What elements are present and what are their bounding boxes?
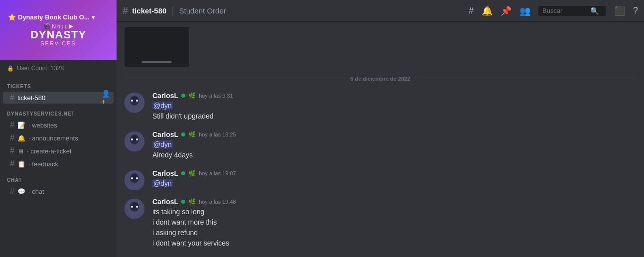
- svg-point-4: [136, 100, 138, 102]
- channel-feedback[interactable]: # 📋 · feedback: [3, 158, 114, 170]
- channel-name-websites: · websites: [28, 122, 110, 129]
- announcements-emoji-icon: 🔔: [17, 134, 25, 142]
- thumbnail-line: [142, 61, 172, 63]
- message-time: hoy a las 19:48: [199, 199, 236, 205]
- svg-point-19: [136, 206, 138, 208]
- hash-icon: #: [10, 133, 14, 142]
- svg-point-9: [136, 138, 138, 140]
- svg-point-3: [131, 100, 133, 102]
- sidebar: ⭐ Dynasty Book Club O... ▾ 🎬 N hulu ▶ DY…: [0, 0, 117, 257]
- channel-websites[interactable]: # 📝 · websites: [3, 119, 114, 131]
- mention-tag[interactable]: @dyn: [152, 102, 173, 110]
- hash-icon: #: [10, 159, 14, 168]
- table-row: CarlosL 🌿 hoy a las 19:07 @dyn: [117, 165, 644, 191]
- svg-point-12: [131, 174, 138, 180]
- channel-ticket-580[interactable]: # ticket-580 👤+: [3, 92, 114, 104]
- thumbnail-box: [125, 27, 189, 67]
- svg-point-13: [131, 177, 133, 179]
- main-content: # ticket-580 | Student Order # 🔔 📌 👥 🔍 ⬛…: [117, 0, 644, 257]
- separator: |: [171, 5, 174, 16]
- help-icon[interactable]: ?: [633, 5, 638, 16]
- hashtag-icon[interactable]: #: [469, 5, 474, 16]
- dropdown-arrow-icon: ▾: [92, 14, 95, 21]
- message-text-line4: i dont want your services: [152, 238, 636, 249]
- svg-point-18: [131, 206, 133, 208]
- top-sub-label: Student Order: [179, 6, 226, 15]
- hash-icon: #: [10, 187, 14, 196]
- svg-point-7: [131, 135, 138, 141]
- online-status-icon: [181, 132, 185, 136]
- table-row: CarlosL 🌿 hoy a las 9:31 @dyn Still didn…: [117, 88, 644, 124]
- message-header: CarlosL 🌿 hoy a las 18:25: [152, 130, 636, 138]
- mention-tag[interactable]: @dyn: [152, 179, 173, 187]
- channel-announcements[interactable]: # 🔔 · announcements: [3, 132, 114, 144]
- message-text: Alredy 4days: [152, 150, 636, 160]
- lock-icon: 🔒: [7, 65, 14, 72]
- message-author: CarlosL: [152, 169, 178, 177]
- message-text-line2: i dont want more this: [152, 217, 636, 228]
- message-time: hoy a las 9:31: [199, 93, 233, 99]
- message-content: @dyn: [152, 101, 636, 111]
- top-bar-left: # ticket-580 | Student Order: [123, 5, 464, 16]
- create-ticket-emoji-icon: 🖥: [17, 147, 24, 155]
- message-text: Still didn't upgraded: [152, 111, 636, 122]
- pin-icon[interactable]: 📌: [501, 5, 512, 16]
- svg-point-14: [136, 177, 138, 179]
- channel-chat[interactable]: # 💬 · chat: [3, 185, 114, 197]
- server-name: Dynasty Book Club O...: [18, 13, 90, 21]
- hash-icon: #: [10, 121, 14, 129]
- message-text-line1: its taking so long: [152, 207, 636, 217]
- message-content: @dyn: [152, 139, 636, 150]
- top-channel-name: ticket-580: [132, 6, 166, 15]
- avatar: [125, 199, 144, 219]
- message-author: CarlosL: [152, 130, 178, 138]
- channel-name-announcements: · announcements: [28, 134, 110, 142]
- message-header: CarlosL 🌿 hoy a las 9:31: [152, 92, 636, 100]
- message-content: @dyn: [152, 178, 636, 189]
- section-tickets-label: TICKETS: [0, 77, 117, 91]
- online-status-icon: [181, 94, 185, 98]
- avatar: [125, 131, 144, 151]
- section-chat-label: CHAT: [0, 170, 117, 185]
- channel-hash-icon: #: [123, 5, 128, 16]
- add-member-icon[interactable]: 👤+: [102, 94, 110, 102]
- message-author: CarlosL: [152, 92, 178, 100]
- server-title-sub: SERVICES: [40, 40, 76, 46]
- messages-area[interactable]: 6 de diciembre de 2022 CarlosL 🌿 hoy a l…: [117, 22, 644, 257]
- table-row: CarlosL 🌿 hoy a las 19:48 its taking so …: [117, 194, 644, 251]
- server-header[interactable]: ⭐ Dynasty Book Club O... ▾ 🎬 N hulu ▶ DY…: [0, 0, 117, 60]
- search-icon[interactable]: 🔍: [590, 7, 599, 15]
- user-count: 🔒 User Count: 1328: [0, 60, 117, 77]
- online-status-icon: [181, 171, 185, 175]
- user-count-label: User Count: 1328: [17, 65, 64, 72]
- search-input[interactable]: [542, 7, 587, 14]
- message-header: CarlosL 🌿 hoy a las 19:48: [152, 198, 636, 206]
- channel-name-chat: · chat: [28, 188, 110, 195]
- websites-emoji-icon: 📝: [17, 122, 25, 129]
- chat-emoji-icon: 💬: [17, 188, 25, 195]
- members-icon[interactable]: 👥: [519, 5, 530, 16]
- svg-point-8: [131, 138, 133, 140]
- channel-name-ticket-580: ticket-580: [17, 94, 100, 102]
- mention-tag[interactable]: @dyn: [152, 140, 173, 148]
- svg-point-17: [131, 203, 138, 209]
- message-time: hoy a las 19:07: [199, 170, 236, 176]
- date-separator: 6 de diciembre de 2022: [117, 72, 644, 86]
- date-label: 6 de diciembre de 2022: [345, 76, 415, 82]
- hash-icon: #: [10, 93, 14, 102]
- server-icon: ⭐: [8, 13, 16, 21]
- top-bar: # ticket-580 | Student Order # 🔔 📌 👥 🔍 ⬛…: [117, 0, 644, 22]
- hash-icon: #: [10, 146, 14, 155]
- avatar: [125, 93, 144, 113]
- search-bar[interactable]: 🔍: [538, 6, 606, 16]
- channel-create-a-ticket[interactable]: # 🖥 · create-a-ticket: [3, 145, 114, 157]
- bell-icon[interactable]: 🔔: [482, 5, 493, 16]
- message-text-line3: i asking refund: [152, 228, 636, 238]
- message-header: CarlosL 🌿 hoy a las 19:07: [152, 169, 636, 177]
- inbox-icon[interactable]: ⬛: [614, 5, 625, 16]
- feedback-emoji-icon: 📋: [17, 160, 25, 168]
- top-bar-icons: # 🔔 📌 👥 🔍 ⬛ ?: [469, 5, 638, 16]
- level-badge-icon: 🌿: [188, 198, 196, 205]
- channel-name-feedback: · feedback: [28, 160, 110, 168]
- channel-name-create-a-ticket: · create-a-ticket: [27, 147, 110, 155]
